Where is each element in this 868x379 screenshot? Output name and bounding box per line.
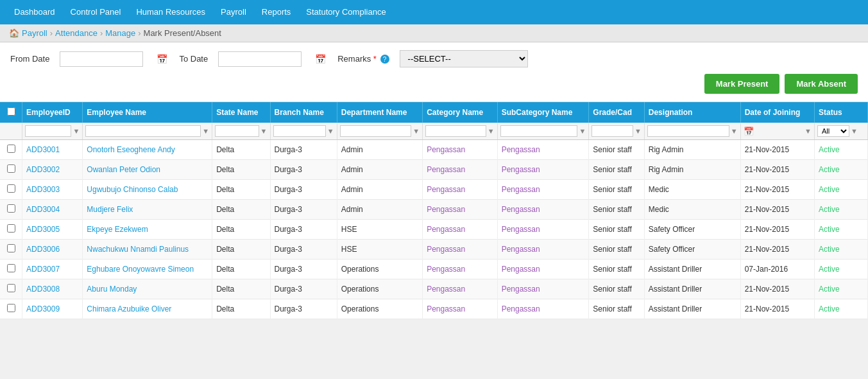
nav-reports[interactable]: Reports: [254, 0, 299, 24]
emp-id-link[interactable]: ADD3004: [26, 205, 60, 214]
filter-subcat-icon[interactable]: ▼: [579, 127, 586, 135]
header-employee-name: Employee Name: [83, 102, 212, 123]
mark-present-button[interactable]: Mark Present: [704, 74, 780, 94]
filter-subcat-col: ▼: [497, 123, 589, 140]
nav-dashboard[interactable]: Dashboard: [6, 0, 63, 24]
filter-branch-input[interactable]: [273, 125, 326, 137]
row-checkbox-4[interactable]: [7, 224, 15, 233]
cell-category: Pengassan: [423, 240, 498, 260]
emp-id-link[interactable]: ADD3007: [26, 265, 60, 274]
nav-statutory-compliance[interactable]: Statutory Compliance: [298, 0, 393, 24]
nav-human-resources[interactable]: Human Resources: [128, 0, 213, 24]
emp-id-link[interactable]: ADD3008: [26, 285, 60, 294]
emp-name-link[interactable]: Eghubare Onoyowavre Simeon: [87, 265, 194, 274]
to-date-calendar-icon[interactable]: 📅: [313, 52, 327, 66]
from-date-input[interactable]: [60, 51, 143, 67]
row-checkbox-8[interactable]: [7, 304, 15, 312]
mark-absent-button[interactable]: Mark Absent: [785, 74, 858, 94]
emp-name-link[interactable]: Nwachukwu Nnamdi Paulinus: [87, 245, 189, 254]
filter-dept-input[interactable]: [340, 125, 412, 137]
emp-id-link[interactable]: ADD3002: [26, 165, 60, 174]
filter-state-input[interactable]: [215, 125, 259, 137]
nav-payroll[interactable]: Payroll: [213, 0, 254, 24]
emp-name-link[interactable]: Chimara Azubuike Oliver: [87, 304, 171, 313]
cell-emp-id: ADD3008: [22, 279, 83, 299]
from-date-calendar-icon[interactable]: 📅: [155, 52, 169, 66]
remarks-help-icon[interactable]: ?: [380, 55, 389, 64]
filter-subcat-input[interactable]: [500, 125, 578, 137]
cell-grade: Senior staff: [589, 240, 644, 260]
emp-name-link[interactable]: Ekpeye Ezekwem: [87, 225, 148, 234]
breadcrumb-attendance[interactable]: Attendance: [55, 28, 98, 38]
filter-bar: From Date 📅 To Date 📅 Remarks * ? --SELE…: [0, 42, 868, 102]
nav-control-panel[interactable]: Control Panel: [63, 0, 129, 24]
cell-branch: Durga-3: [270, 160, 337, 180]
emp-name-link[interactable]: Aburu Monday: [87, 285, 137, 294]
select-all-checkbox[interactable]: [7, 107, 15, 116]
cell-designation: Rig Admin: [644, 160, 740, 180]
row-checkbox-6[interactable]: [7, 264, 15, 272]
remarks-select[interactable]: --SELECT--: [400, 50, 528, 67]
emp-name-link[interactable]: Onotorh Eseoghene Andy: [87, 145, 174, 154]
to-date-input[interactable]: [218, 51, 302, 67]
cell-status: Active: [815, 299, 868, 319]
cell-status: Active: [815, 260, 868, 279]
emp-id-link[interactable]: ADD3003: [26, 185, 60, 194]
cell-emp-id: ADD3006: [22, 240, 83, 260]
breadcrumb-payroll[interactable]: Payroll: [22, 28, 47, 38]
filter-branch-icon[interactable]: ▼: [327, 127, 334, 135]
emp-id-link[interactable]: ADD3006: [26, 245, 60, 254]
filter-empname-input[interactable]: [85, 125, 201, 137]
filter-grade-input[interactable]: [591, 125, 633, 137]
top-navigation: Dashboard Control Panel Human Resources …: [0, 0, 868, 24]
filter-doj-cal-icon[interactable]: 📅: [744, 127, 754, 136]
header-grade: Grade/Cad: [589, 102, 644, 123]
filter-desig-icon[interactable]: ▼: [731, 127, 738, 135]
filter-grade-icon[interactable]: ▼: [634, 127, 642, 135]
cell-status: Active: [815, 140, 868, 160]
filter-status-select[interactable]: All Active Inactive: [817, 125, 849, 137]
row-checkbox-1[interactable]: [7, 164, 15, 173]
cell-subcategory: Pengassan: [497, 140, 589, 160]
filter-state-col: ▼: [212, 123, 270, 140]
row-checkbox-5[interactable]: [7, 244, 15, 252]
cell-category: Pengassan: [423, 160, 498, 180]
header-branch-name: Branch Name: [270, 102, 337, 123]
cell-state: Delta: [212, 180, 270, 200]
emp-name-link[interactable]: Owanlan Peter Odion: [87, 165, 160, 174]
filter-empid-icon[interactable]: ▼: [72, 127, 80, 135]
cell-status: Active: [815, 180, 868, 200]
cell-state: Delta: [212, 299, 270, 319]
cell-subcategory: Pengassan: [497, 240, 589, 260]
filter-status-col: All Active Inactive ▼: [815, 123, 868, 140]
row-checkbox-2[interactable]: [7, 184, 15, 193]
emp-name-link[interactable]: Ugwubujo Chinonso Calab: [87, 185, 178, 194]
cell-doj: 21-Nov-2015: [740, 180, 814, 200]
emp-name-link[interactable]: Mudjere Felix: [87, 205, 133, 214]
breadcrumb-current: Mark Present/Absent: [144, 28, 221, 38]
row-checkbox-7[interactable]: [7, 284, 15, 292]
cell-emp-name: Nwachukwu Nnamdi Paulinus: [83, 240, 212, 260]
header-employee-id: EmployeeID: [22, 102, 83, 123]
emp-id-link[interactable]: ADD3005: [26, 225, 60, 234]
cell-status: Active: [815, 160, 868, 180]
cell-emp-name: Ugwubujo Chinonso Calab: [83, 180, 212, 200]
filter-doj-icon[interactable]: ▼: [804, 127, 812, 135]
from-date-label: From Date: [10, 54, 49, 64]
filter-cat-icon[interactable]: ▼: [488, 127, 495, 135]
filter-cat-input[interactable]: [425, 125, 486, 137]
filter-status-icon[interactable]: ▼: [851, 127, 858, 135]
filter-state-icon[interactable]: ▼: [260, 127, 268, 135]
cell-emp-id: ADD3007: [22, 260, 83, 279]
filter-dept-icon[interactable]: ▼: [413, 127, 420, 135]
emp-id-link[interactable]: ADD3009: [26, 304, 60, 313]
cell-branch: Durga-3: [270, 220, 337, 240]
cell-status: Active: [815, 220, 868, 240]
emp-id-link[interactable]: ADD3001: [26, 145, 60, 154]
row-checkbox-3[interactable]: [7, 204, 15, 213]
filter-empid-input[interactable]: [25, 125, 71, 137]
breadcrumb-manage[interactable]: Manage: [105, 28, 135, 38]
filter-empname-icon[interactable]: ▼: [202, 127, 209, 135]
row-checkbox-0[interactable]: [7, 145, 15, 153]
filter-desig-input[interactable]: [647, 125, 729, 137]
